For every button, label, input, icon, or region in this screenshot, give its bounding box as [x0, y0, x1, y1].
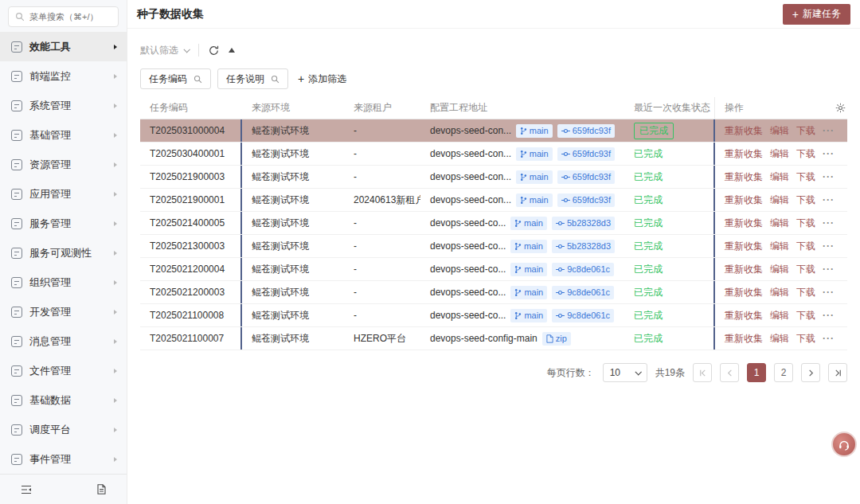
page-button-1[interactable]: 1	[747, 363, 766, 382]
filter-chip-task-code[interactable]: 任务编码	[140, 68, 211, 89]
table-settings-gear-icon[interactable]	[835, 103, 846, 113]
add-filter-button[interactable]: + 添加筛选	[298, 72, 346, 86]
table-row[interactable]: T2025021200004 鲲苍测试环境 - devops-seed-co..…	[140, 258, 847, 281]
table-row[interactable]: T2025021900001 鲲苍测试环境 20240613新租户 devops…	[140, 189, 847, 212]
action-download[interactable]: 下载	[796, 332, 815, 346]
table-row[interactable]: T2025021400005 鲲苍测试环境 - devops-seed-co..…	[140, 212, 847, 235]
table-row[interactable]: T2025021200003 鲲苍测试环境 - devops-seed-co..…	[140, 281, 847, 304]
more-actions-icon[interactable]: ···	[823, 148, 835, 159]
menu-search-input[interactable]	[29, 12, 111, 21]
commit-badge[interactable]: 659fdc93f	[557, 124, 615, 138]
sidebar-item-resource-mgmt[interactable]: 资源管理	[0, 150, 127, 179]
document-icon[interactable]	[97, 484, 106, 494]
new-task-button[interactable]: + 新建任务	[783, 4, 850, 25]
action-recollect[interactable]: 重新收集	[725, 309, 763, 322]
collapse-filter-icon[interactable]	[229, 48, 235, 53]
commit-badge[interactable]: 659fdc93f	[557, 193, 615, 207]
sidebar-item-app-mgmt[interactable]: 应用管理	[0, 179, 127, 209]
action-edit[interactable]: 编辑	[770, 147, 789, 161]
sidebar-item-service-observability[interactable]: 服务可观测性	[0, 238, 127, 268]
commit-badge[interactable]: 5b28328d3	[552, 217, 615, 230]
table-row[interactable]: T2025021100007 鲲苍测试环境 HZERO平台 devops-see…	[140, 327, 847, 350]
zip-badge[interactable]: zip	[542, 332, 571, 346]
sidebar-item-file-mgmt[interactable]: 文件管理	[0, 356, 127, 385]
sidebar-item-dev-mgmt[interactable]: 开发管理	[0, 297, 127, 326]
action-edit[interactable]: 编辑	[770, 263, 789, 276]
branch-badge[interactable]: main	[510, 286, 547, 299]
more-actions-icon[interactable]: ···	[823, 264, 835, 275]
commit-badge[interactable]: 9c8de061c	[552, 286, 614, 299]
action-recollect[interactable]: 重新收集	[725, 332, 763, 346]
table-row[interactable]: T2025021900003 鲲苍测试环境 - devops-seed-con.…	[140, 166, 847, 189]
more-actions-icon[interactable]: ···	[823, 194, 835, 205]
sidebar-item-event-mgmt[interactable]: 事件管理	[0, 444, 127, 474]
table-row[interactable]: T2025030400001 鲲苍测试环境 - devops-seed-con.…	[140, 143, 847, 166]
refresh-icon[interactable]	[209, 45, 219, 56]
commit-badge[interactable]: 659fdc93f	[557, 170, 615, 184]
action-recollect[interactable]: 重新收集	[725, 170, 763, 184]
action-recollect[interactable]: 重新收集	[725, 240, 763, 253]
sidebar-item-org-mgmt[interactable]: 组织管理	[0, 268, 127, 297]
action-edit[interactable]: 编辑	[770, 309, 789, 322]
table-row[interactable]: T2025021300003 鲲苍测试环境 - devops-seed-co..…	[140, 235, 847, 258]
action-download[interactable]: 下载	[796, 193, 815, 207]
sidebar-item-system-mgmt[interactable]: 系统管理	[0, 91, 127, 120]
branch-badge[interactable]: main	[510, 240, 547, 253]
more-actions-icon[interactable]: ···	[823, 125, 835, 136]
action-download[interactable]: 下载	[796, 286, 815, 299]
last-page-button[interactable]	[828, 363, 847, 382]
sidebar-item-basic-mgmt[interactable]: 基础管理	[0, 120, 127, 150]
action-recollect[interactable]: 重新收集	[725, 286, 763, 299]
more-actions-icon[interactable]: ···	[823, 287, 835, 298]
rows-per-page-select[interactable]: 10	[603, 363, 647, 382]
branch-badge[interactable]: main	[510, 263, 547, 276]
action-recollect[interactable]: 重新收集	[725, 263, 763, 276]
action-edit[interactable]: 编辑	[770, 193, 789, 207]
branch-badge[interactable]: main	[516, 193, 553, 207]
action-download[interactable]: 下载	[796, 170, 815, 184]
action-download[interactable]: 下载	[796, 309, 815, 322]
action-edit[interactable]: 编辑	[770, 240, 789, 253]
more-actions-icon[interactable]: ···	[823, 217, 835, 229]
action-recollect[interactable]: 重新收集	[725, 217, 763, 230]
collapse-sidebar-icon[interactable]	[21, 485, 32, 494]
sidebar-item-basic-data[interactable]: 基础数据	[0, 385, 127, 415]
branch-badge[interactable]: main	[516, 124, 553, 138]
action-edit[interactable]: 编辑	[770, 170, 789, 184]
action-edit[interactable]: 编辑	[770, 124, 789, 138]
action-edit[interactable]: 编辑	[770, 332, 789, 346]
filter-chip-task-desc[interactable]: 任务说明	[217, 68, 288, 89]
sidebar-item-message-mgmt[interactable]: 消息管理	[0, 326, 127, 356]
first-page-button[interactable]	[693, 363, 712, 382]
branch-badge[interactable]: main	[510, 217, 547, 230]
action-download[interactable]: 下载	[796, 124, 815, 138]
branch-badge[interactable]: main	[510, 309, 547, 322]
customer-service-button[interactable]	[831, 432, 857, 457]
more-actions-icon[interactable]: ···	[823, 333, 835, 344]
sidebar-item-frontend-monitor[interactable]: 前端监控	[0, 61, 127, 91]
prev-page-button[interactable]	[720, 363, 739, 382]
branch-badge[interactable]: main	[516, 170, 553, 184]
more-actions-icon[interactable]: ···	[823, 240, 835, 252]
action-download[interactable]: 下载	[796, 217, 815, 230]
sidebar-item-service-mgmt[interactable]: 服务管理	[0, 209, 127, 238]
action-download[interactable]: 下载	[796, 240, 815, 253]
sidebar-item-performance-tools[interactable]: 效能工具	[0, 32, 127, 61]
action-download[interactable]: 下载	[796, 263, 815, 276]
menu-search[interactable]	[8, 6, 119, 27]
commit-badge[interactable]: 9c8de061c	[552, 309, 614, 322]
action-edit[interactable]: 编辑	[770, 217, 789, 230]
table-row[interactable]: T2025021100008 鲲苍测试环境 - devops-seed-co..…	[140, 304, 847, 327]
more-actions-icon[interactable]: ···	[823, 171, 835, 182]
branch-badge[interactable]: main	[516, 147, 553, 161]
action-recollect[interactable]: 重新收集	[725, 147, 763, 161]
table-row[interactable]: T2025031000004 鲲苍测试环境 - devops-seed-con.…	[140, 119, 847, 143]
next-page-button[interactable]	[801, 363, 820, 382]
action-edit[interactable]: 编辑	[770, 286, 789, 299]
page-button-2[interactable]: 2	[774, 363, 793, 382]
commit-badge[interactable]: 9c8de061c	[552, 263, 614, 276]
more-actions-icon[interactable]: ···	[823, 310, 835, 321]
action-download[interactable]: 下载	[796, 147, 815, 161]
commit-badge[interactable]: 5b28328d3	[552, 240, 615, 253]
preset-filter-dropdown[interactable]: 默认筛选	[140, 44, 189, 57]
